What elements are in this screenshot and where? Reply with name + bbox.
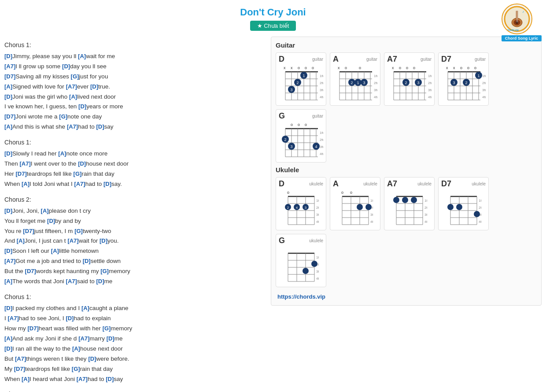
svg-text:4fr: 4fr	[479, 220, 481, 224]
chord-marker: [A]	[78, 53, 86, 59]
svg-text:o: o	[305, 66, 307, 70]
svg-text:3: 3	[290, 88, 292, 92]
svg-point-185	[411, 197, 417, 203]
chord-marker: [D]	[106, 376, 114, 382]
lyrics-pane: Chorus 1:[D]Jimmy, please say you ll [A]…	[4, 37, 271, 392]
lyric-line: I [A7]had to see Joni, I [D]had to expla…	[4, 314, 266, 324]
svg-text:2: 2	[296, 81, 299, 85]
chord-marker: [A]	[72, 345, 80, 352]
lyric-line: [A7]I ll grow up some [D]day you ll see	[4, 62, 266, 72]
D-ukulele-fretboard: o 1fr 2fr 3fr 4fr	[284, 189, 319, 228]
svg-text:2: 2	[405, 81, 407, 85]
svg-text:4fr: 4fr	[320, 152, 323, 156]
svg-text:x: x	[392, 66, 394, 70]
D7-guitar-fretboard: x x o o o 1fr 2fr	[442, 64, 486, 104]
chord-marker: [D]	[90, 83, 98, 90]
chord-diagram-A7-ukulele: A7 ukulele 1fr 2fr 3fr 4fr	[384, 177, 435, 230]
svg-text:o: o	[298, 66, 300, 70]
chord-marker: [D]	[66, 315, 74, 322]
lyric-line: [D]I packed my clothes and I [A]caught a…	[4, 303, 266, 314]
chord-marker: [A]	[4, 123, 12, 130]
main-layout: Chorus 1:[D]Jimmy, please say you ll [A]…	[0, 34, 546, 392]
chord-marker: [A]	[58, 150, 66, 157]
chord-marker: [A]	[69, 93, 77, 100]
svg-text:x: x	[284, 66, 286, 70]
A-guitar-fretboard: x o o 1fr 2fr 3fr 4	[333, 64, 377, 104]
svg-point-168	[357, 204, 363, 210]
section-title-chorus1c: Chorus 1:	[4, 292, 266, 303]
chord-marker: [D]	[4, 305, 12, 311]
svg-text:4fr: 4fr	[370, 220, 373, 224]
logo-area: ♪ chords.vip Chord Song Lyric	[502, 4, 542, 41]
svg-text:o: o	[287, 190, 289, 195]
chord-marker: [D7]	[4, 73, 15, 80]
chord-marker: [D]	[107, 335, 114, 342]
lyric-line: You re [D7]just fifteen, I m [G]twenty-t…	[4, 226, 266, 237]
svg-text:2fr: 2fr	[320, 81, 323, 85]
chord-diagram-A7-guitar: A7 guitar x o o o	[384, 52, 435, 106]
chord-diagram-A-ukulele: A ukulele o o 1fr 2fr 3	[330, 177, 380, 230]
chord-marker: [D]	[78, 160, 86, 167]
svg-text:x: x	[453, 66, 455, 70]
logo-icon: ♪ chords.vip	[504, 6, 530, 32]
svg-point-201	[474, 211, 480, 217]
svg-text:o: o	[350, 190, 352, 195]
svg-text:o: o	[291, 122, 293, 127]
svg-text:3: 3	[453, 81, 455, 85]
svg-text:1fr: 1fr	[320, 74, 323, 78]
svg-text:1: 1	[477, 74, 480, 78]
chord-diagram-D7-guitar: D7 guitar x x o o o	[438, 52, 489, 106]
svg-text:1fr: 1fr	[316, 255, 319, 259]
chord-marker: [D7]	[16, 170, 27, 177]
svg-text:o: o	[305, 122, 307, 127]
known-button[interactable]: ★ Chưa biết	[250, 21, 296, 31]
svg-text:3fr: 3fr	[428, 88, 432, 92]
chord-marker: [A]	[4, 83, 12, 90]
chord-marker: [G]	[71, 73, 79, 80]
svg-text:o: o	[341, 190, 343, 195]
chord-marker: [G]	[59, 113, 67, 120]
svg-text:4fr: 4fr	[428, 95, 432, 99]
chord-marker: [A7]	[8, 315, 19, 322]
page-header: Don't Cry Joni ★ Chưa biết ♪ chords.vip	[0, 0, 546, 34]
svg-text:4fr: 4fr	[316, 277, 319, 281]
svg-text:2: 2	[465, 81, 467, 85]
chord-diagram-G-ukulele: G ukulele 1fr 2fr 3fr 4fr	[276, 234, 326, 287]
svg-text:o: o	[399, 66, 401, 70]
page-title: Don't Cry Joni	[0, 7, 546, 18]
chord-marker: [D7]	[14, 366, 25, 372]
lyric-line: And [A]Joni, I just can t [A7]wait for […	[4, 236, 266, 246]
svg-point-200	[456, 204, 462, 210]
lyric-line: [A]Signed with love for [A7]ever [D]true…	[4, 82, 266, 92]
chord-marker: [D7]	[4, 113, 15, 120]
svg-text:o: o	[413, 66, 415, 70]
chord-diagram-D7-ukulele: D7 ukulele 1fr 2fr 3fr 4fr	[438, 177, 489, 230]
svg-text:o: o	[474, 66, 476, 70]
chords-url-footer: https://chords.vip	[276, 291, 537, 301]
logo-box: ♪ chords.vip	[502, 4, 532, 34]
lyric-line: Her [D7]teardrops fell like [G]rain that…	[4, 169, 266, 179]
chord-marker: [A]	[51, 248, 59, 254]
svg-text:3fr: 3fr	[374, 88, 377, 92]
chord-marker: [G]	[103, 325, 111, 332]
svg-text:2fr: 2fr	[374, 81, 377, 85]
svg-text:2fr: 2fr	[320, 138, 323, 142]
A7-ukulele-fretboard: 1fr 2fr 3fr 4fr	[392, 189, 427, 228]
chord-marker: [A7]	[67, 237, 78, 244]
lyric-line: [D]Slowly I read her [A]note once more	[4, 149, 266, 159]
chord-marker: [G]	[100, 268, 109, 274]
section-title-chorus2: Chorus 2:	[4, 195, 266, 205]
section-title-chorus3: Chorus 3:	[4, 389, 266, 392]
lyric-line: [D7]Saving all my kisses [G]just for you	[4, 72, 266, 82]
svg-point-216	[303, 268, 309, 274]
svg-text:4fr: 4fr	[320, 95, 323, 99]
svg-text:o: o	[345, 66, 347, 70]
svg-text:3: 3	[290, 144, 292, 149]
svg-text:o: o	[298, 122, 300, 127]
svg-text:4: 4	[315, 144, 317, 149]
chord-marker: [D]	[47, 218, 55, 224]
svg-text:2: 2	[284, 137, 286, 142]
chord-marker: [A7]	[78, 335, 89, 342]
svg-text:3fr: 3fr	[320, 145, 323, 149]
svg-text:4fr: 4fr	[482, 95, 486, 99]
